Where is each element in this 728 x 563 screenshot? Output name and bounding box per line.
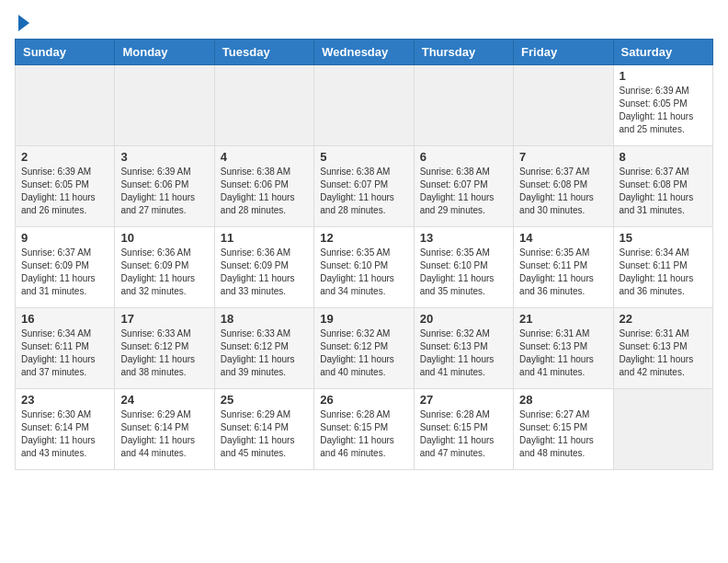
day-number: 26 — [320, 393, 407, 407]
calendar-cell: 23Sunrise: 6:30 AM Sunset: 6:14 PM Dayli… — [16, 389, 115, 470]
day-number: 17 — [120, 312, 208, 326]
day-info: Sunrise: 6:37 AM Sunset: 6:09 PM Dayligh… — [21, 247, 108, 298]
calendar-cell: 6Sunrise: 6:38 AM Sunset: 6:07 PM Daylig… — [414, 146, 513, 227]
day-info: Sunrise: 6:32 AM Sunset: 6:13 PM Dayligh… — [420, 327, 507, 379]
day-info: Sunrise: 6:38 AM Sunset: 6:06 PM Dayligh… — [221, 166, 308, 217]
calendar-cell — [16, 65, 115, 146]
calendar-cell: 26Sunrise: 6:28 AM Sunset: 6:15 PM Dayli… — [314, 389, 414, 470]
day-number: 1 — [620, 69, 707, 83]
day-number: 23 — [21, 393, 108, 407]
day-number: 18 — [221, 312, 308, 326]
calendar-cell: 13Sunrise: 6:35 AM Sunset: 6:10 PM Dayli… — [414, 227, 513, 308]
day-info: Sunrise: 6:36 AM Sunset: 6:09 PM Dayligh… — [120, 247, 208, 298]
calendar-cell: 25Sunrise: 6:29 AM Sunset: 6:14 PM Dayli… — [214, 389, 313, 470]
calendar-cell: 12Sunrise: 6:35 AM Sunset: 6:10 PM Dayli… — [314, 227, 414, 308]
calendar-cell — [613, 389, 712, 470]
calendar-cell: 20Sunrise: 6:32 AM Sunset: 6:13 PM Dayli… — [414, 308, 513, 389]
calendar-cell: 19Sunrise: 6:32 AM Sunset: 6:12 PM Dayli… — [314, 308, 414, 389]
calendar-body: 1Sunrise: 6:39 AM Sunset: 6:05 PM Daylig… — [16, 65, 713, 470]
calendar-cell — [414, 65, 513, 146]
logo — [15, 15, 29, 31]
day-number: 21 — [519, 312, 607, 326]
day-number: 24 — [120, 393, 208, 407]
calendar-cell — [214, 65, 313, 146]
day-of-week-header: Wednesday — [314, 40, 414, 65]
day-number: 12 — [320, 231, 407, 245]
calendar-cell: 7Sunrise: 6:37 AM Sunset: 6:08 PM Daylig… — [514, 146, 613, 227]
day-of-week-header: Saturday — [613, 40, 712, 65]
calendar-cell: 5Sunrise: 6:38 AM Sunset: 6:07 PM Daylig… — [314, 146, 414, 227]
day-number: 19 — [320, 312, 407, 326]
day-info: Sunrise: 6:33 AM Sunset: 6:12 PM Dayligh… — [120, 327, 208, 379]
calendar-cell: 9Sunrise: 6:37 AM Sunset: 6:09 PM Daylig… — [16, 227, 115, 308]
day-info: Sunrise: 6:34 AM Sunset: 6:11 PM Dayligh… — [21, 327, 108, 379]
day-number: 7 — [519, 150, 607, 164]
day-number: 16 — [21, 312, 108, 326]
calendar-cell: 17Sunrise: 6:33 AM Sunset: 6:12 PM Dayli… — [115, 308, 214, 389]
day-number: 20 — [420, 312, 507, 326]
day-info: Sunrise: 6:28 AM Sunset: 6:15 PM Dayligh… — [420, 408, 507, 460]
day-of-week-header: Thursday — [414, 40, 513, 65]
day-number: 9 — [21, 231, 108, 245]
calendar-cell: 27Sunrise: 6:28 AM Sunset: 6:15 PM Dayli… — [414, 389, 513, 470]
day-info: Sunrise: 6:33 AM Sunset: 6:12 PM Dayligh… — [221, 327, 308, 379]
day-of-week-header: Friday — [514, 40, 613, 65]
calendar-cell: 14Sunrise: 6:35 AM Sunset: 6:11 PM Dayli… — [514, 227, 613, 308]
day-info: Sunrise: 6:39 AM Sunset: 6:05 PM Dayligh… — [620, 85, 707, 136]
day-info: Sunrise: 6:30 AM Sunset: 6:14 PM Dayligh… — [21, 408, 108, 460]
day-number: 8 — [620, 150, 707, 164]
day-number: 15 — [620, 231, 707, 245]
calendar-cell — [514, 65, 613, 146]
day-info: Sunrise: 6:29 AM Sunset: 6:14 PM Dayligh… — [221, 408, 308, 460]
day-number: 22 — [620, 312, 707, 326]
day-number: 4 — [221, 150, 308, 164]
calendar-cell: 3Sunrise: 6:39 AM Sunset: 6:06 PM Daylig… — [115, 146, 214, 227]
day-info: Sunrise: 6:29 AM Sunset: 6:14 PM Dayligh… — [120, 408, 208, 460]
day-info: Sunrise: 6:35 AM Sunset: 6:10 PM Dayligh… — [420, 247, 507, 298]
calendar-header: SundayMondayTuesdayWednesdayThursdayFrid… — [16, 40, 713, 65]
calendar-cell — [314, 65, 414, 146]
day-info: Sunrise: 6:27 AM Sunset: 6:15 PM Dayligh… — [519, 408, 607, 460]
calendar-cell — [115, 65, 214, 146]
calendar-cell: 21Sunrise: 6:31 AM Sunset: 6:13 PM Dayli… — [514, 308, 613, 389]
calendar-cell: 4Sunrise: 6:38 AM Sunset: 6:06 PM Daylig… — [214, 146, 313, 227]
day-number: 27 — [420, 393, 507, 407]
day-of-week-header: Tuesday — [214, 40, 313, 65]
day-of-week-header: Monday — [115, 40, 214, 65]
calendar-cell: 28Sunrise: 6:27 AM Sunset: 6:15 PM Dayli… — [514, 389, 613, 470]
day-number: 28 — [519, 393, 607, 407]
calendar-cell: 22Sunrise: 6:31 AM Sunset: 6:13 PM Dayli… — [613, 308, 712, 389]
day-info: Sunrise: 6:37 AM Sunset: 6:08 PM Dayligh… — [519, 166, 607, 217]
page-header — [15, 15, 713, 31]
day-number: 11 — [221, 231, 308, 245]
day-number: 10 — [120, 231, 208, 245]
day-info: Sunrise: 6:39 AM Sunset: 6:05 PM Dayligh… — [21, 166, 108, 217]
day-number: 3 — [120, 150, 208, 164]
calendar-cell: 24Sunrise: 6:29 AM Sunset: 6:14 PM Dayli… — [115, 389, 214, 470]
calendar-cell: 18Sunrise: 6:33 AM Sunset: 6:12 PM Dayli… — [214, 308, 313, 389]
day-info: Sunrise: 6:31 AM Sunset: 6:13 PM Dayligh… — [620, 327, 707, 379]
day-info: Sunrise: 6:35 AM Sunset: 6:11 PM Dayligh… — [519, 247, 607, 298]
day-of-week-header: Sunday — [16, 40, 115, 65]
calendar-cell: 16Sunrise: 6:34 AM Sunset: 6:11 PM Dayli… — [16, 308, 115, 389]
days-of-week-row: SundayMondayTuesdayWednesdayThursdayFrid… — [16, 40, 713, 65]
calendar-cell: 8Sunrise: 6:37 AM Sunset: 6:08 PM Daylig… — [613, 146, 712, 227]
day-info: Sunrise: 6:38 AM Sunset: 6:07 PM Dayligh… — [420, 166, 507, 217]
calendar-cell: 15Sunrise: 6:34 AM Sunset: 6:11 PM Dayli… — [613, 227, 712, 308]
calendar-table: SundayMondayTuesdayWednesdayThursdayFrid… — [15, 39, 713, 470]
day-info: Sunrise: 6:34 AM Sunset: 6:11 PM Dayligh… — [620, 247, 707, 298]
day-info: Sunrise: 6:39 AM Sunset: 6:06 PM Dayligh… — [120, 166, 208, 217]
day-number: 2 — [21, 150, 108, 164]
day-info: Sunrise: 6:32 AM Sunset: 6:12 PM Dayligh… — [320, 327, 407, 379]
logo-arrow-icon — [18, 15, 29, 31]
day-number: 13 — [420, 231, 507, 245]
day-number: 5 — [320, 150, 407, 164]
calendar-cell: 2Sunrise: 6:39 AM Sunset: 6:05 PM Daylig… — [16, 146, 115, 227]
day-info: Sunrise: 6:28 AM Sunset: 6:15 PM Dayligh… — [320, 408, 407, 460]
day-info: Sunrise: 6:35 AM Sunset: 6:10 PM Dayligh… — [320, 247, 407, 298]
calendar-cell: 1Sunrise: 6:39 AM Sunset: 6:05 PM Daylig… — [613, 65, 712, 146]
day-info: Sunrise: 6:38 AM Sunset: 6:07 PM Dayligh… — [320, 166, 407, 217]
calendar-cell: 10Sunrise: 6:36 AM Sunset: 6:09 PM Dayli… — [115, 227, 214, 308]
calendar-cell: 11Sunrise: 6:36 AM Sunset: 6:09 PM Dayli… — [214, 227, 313, 308]
day-number: 14 — [519, 231, 607, 245]
